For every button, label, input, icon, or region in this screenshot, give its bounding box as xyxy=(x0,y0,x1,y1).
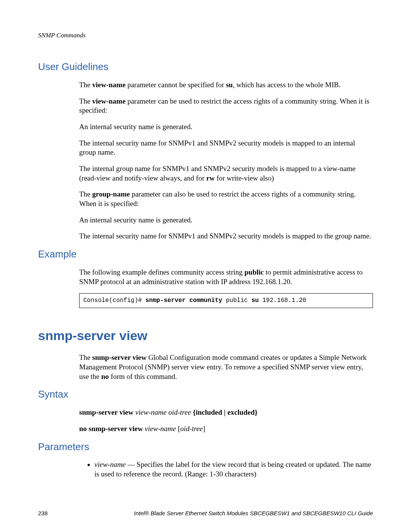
paragraph: An internal security name is generated. xyxy=(79,216,373,225)
syntax-line: snmp-server view view-name oid-tree {inc… xyxy=(79,408,373,417)
heading-syntax: Syntax xyxy=(38,388,373,401)
paragraph: The internal security name for SNMPv1 an… xyxy=(79,232,373,241)
paragraph: The view-name parameter cannot be specif… xyxy=(79,80,373,90)
parameter-list: view-name — Specifies the label for the … xyxy=(79,460,373,479)
heading-parameters: Parameters xyxy=(38,441,373,454)
example-body: The following example defines community … xyxy=(79,268,373,308)
user-guidelines-body: The view-name parameter cannot be specif… xyxy=(79,80,373,241)
code-example: Console(config)# snmp-server community p… xyxy=(79,293,373,308)
paragraph: The following example defines community … xyxy=(79,268,373,286)
paragraph: The snmp-server view Global Configuratio… xyxy=(79,353,373,381)
heading-command-title: snmp-server view xyxy=(38,327,373,344)
paragraph: The view-name parameter can be used to r… xyxy=(79,97,373,115)
paragraph: The internal group name for SNMPv1 and S… xyxy=(79,164,373,183)
heading-user-guidelines: User Guidelines xyxy=(38,61,373,73)
command-intro: The snmp-server view Global Configuratio… xyxy=(79,353,373,381)
paragraph: The group-name parameter can also be use… xyxy=(79,190,373,208)
page-footer: 238 Intel® Blade Server Ethernet Switch … xyxy=(38,510,373,517)
heading-example: Example xyxy=(38,248,373,261)
paragraph: The internal security name for SNMPv1 an… xyxy=(79,139,373,157)
syntax-body: snmp-server view view-name oid-tree {inc… xyxy=(79,408,373,433)
page-content: SNMP Commands User Guidelines The view-n… xyxy=(0,0,411,479)
footer-title: Intel® Blade Server Ethernet Switch Modu… xyxy=(134,510,373,517)
paragraph: An internal security name is generated. xyxy=(79,122,373,132)
page-number: 238 xyxy=(38,510,48,517)
list-item: view-name — Specifies the label for the … xyxy=(94,460,373,479)
syntax-line: no snmp-server view view-name [oid-tree] xyxy=(79,424,373,434)
parameters-body: view-name — Specifies the label for the … xyxy=(79,460,373,479)
running-header: SNMP Commands xyxy=(38,31,373,40)
